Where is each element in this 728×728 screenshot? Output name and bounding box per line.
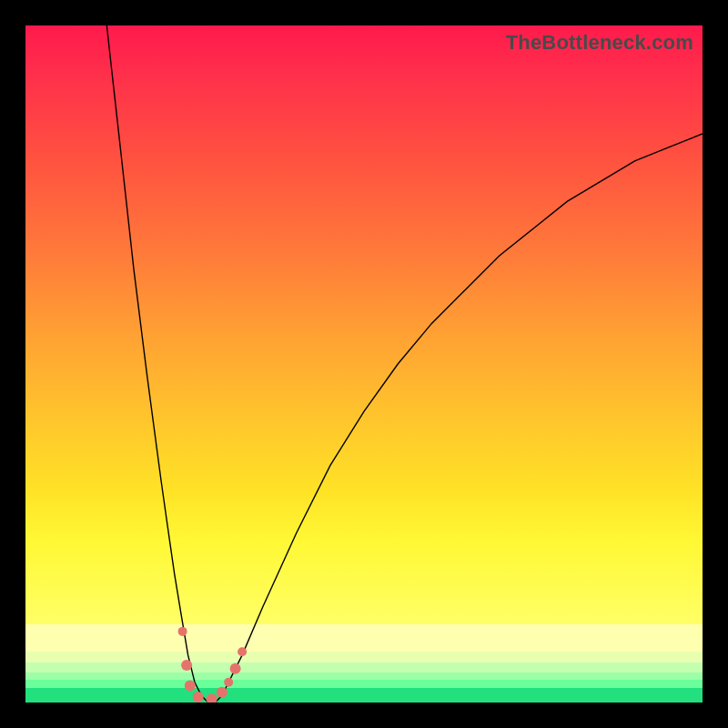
curve-layer: [25, 25, 703, 703]
data-marker: [181, 660, 192, 671]
data-marker: [217, 687, 228, 698]
data-marker: [178, 627, 187, 636]
data-marker: [185, 680, 196, 691]
bottleneck-curve: [106, 25, 703, 703]
data-marker: [230, 663, 241, 674]
chart-frame: TheBottleneck.com: [0, 0, 728, 728]
data-marker: [238, 647, 247, 656]
marker-group: [178, 627, 248, 703]
data-marker: [224, 678, 233, 687]
plot-area: TheBottleneck.com: [25, 25, 703, 703]
data-marker: [207, 693, 217, 703]
data-marker: [193, 692, 204, 703]
